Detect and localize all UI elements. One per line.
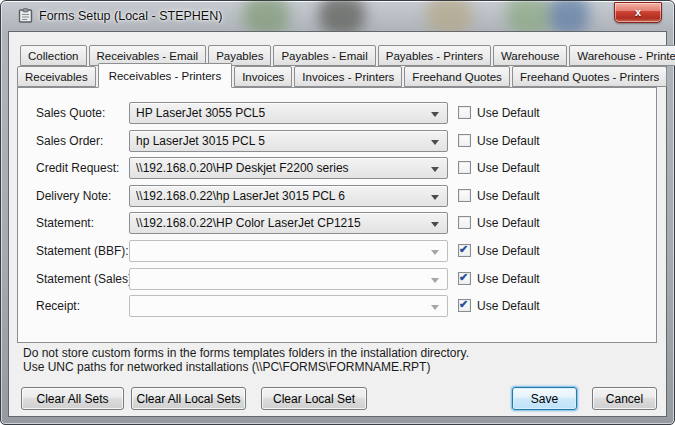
receipt-use-default-checkbox[interactable] bbox=[458, 299, 471, 312]
titlebar-glass-blur bbox=[549, 1, 589, 31]
row-credit-request: Credit Request: \\192.168.0.20\HP Deskje… bbox=[18, 157, 656, 179]
tab-page-receivables-printers: Sales Quote: HP LaserJet 3055 PCL5 Use D… bbox=[17, 87, 657, 343]
chevron-down-icon bbox=[431, 222, 439, 227]
titlebar-glass-blur bbox=[426, 1, 472, 31]
use-default-label: Use Default bbox=[477, 216, 540, 230]
chevron-down-icon bbox=[431, 167, 439, 172]
row-receipt: Receipt: Use Default bbox=[18, 295, 656, 317]
delivery-note-label: Delivery Note: bbox=[36, 189, 111, 203]
use-default-label: Use Default bbox=[477, 106, 540, 120]
statement-sales-label: Statement (Sales): bbox=[36, 272, 135, 286]
titlebar-glass-blur bbox=[319, 1, 365, 31]
note-line-1: Do not store custom forms in the forms t… bbox=[23, 346, 469, 360]
tab-warehouse[interactable]: Warehouse bbox=[493, 45, 567, 66]
credit-request-use-default-checkbox[interactable] bbox=[458, 161, 471, 174]
titlebar-glass-blur bbox=[243, 1, 289, 31]
sales-quote-use-default-checkbox[interactable] bbox=[458, 106, 471, 119]
chevron-down-icon bbox=[431, 305, 439, 310]
cancel-button[interactable]: Cancel bbox=[592, 387, 657, 410]
chevron-down-icon bbox=[431, 112, 439, 117]
sales-order-dropdown[interactable]: hp LaserJet 3015 PCL 5 bbox=[129, 130, 448, 152]
note-line-2: Use UNC paths for networked installation… bbox=[23, 360, 469, 374]
row-statement-bbf: Statement (BBF): Use Default bbox=[18, 240, 656, 262]
statement-bbf-label: Statement (BBF): bbox=[36, 244, 129, 258]
receipt-dropdown[interactable] bbox=[129, 295, 448, 317]
use-default-label: Use Default bbox=[477, 272, 540, 286]
credit-request-label: Credit Request: bbox=[36, 161, 119, 175]
use-default-label: Use Default bbox=[477, 189, 540, 203]
title-bar[interactable]: Forms Setup (Local - STEPHEN) x bbox=[1, 1, 674, 31]
tab-strip-bottom: Receivables Receivables - Printers Invoi… bbox=[17, 66, 667, 88]
forms-setup-window: Forms Setup (Local - STEPHEN) x Collecti… bbox=[0, 0, 675, 425]
dropdown-value: hp LaserJet 3015 PCL 5 bbox=[136, 134, 265, 148]
row-statement: Statement: \\192.168.0.22\HP Color Laser… bbox=[18, 212, 656, 234]
dropdown-value: \\192.168.0.22\HP Color LaserJet CP1215 bbox=[136, 216, 361, 230]
clear-all-sets-button[interactable]: Clear All Sets bbox=[21, 387, 124, 410]
row-sales-order: Sales Order: hp LaserJet 3015 PCL 5 Use … bbox=[18, 130, 656, 152]
tab-receivables[interactable]: Receivables bbox=[17, 66, 96, 87]
statement-bbf-use-default-checkbox[interactable] bbox=[458, 244, 471, 257]
tab-receivables-printers[interactable]: Receivables - Printers bbox=[98, 63, 232, 88]
close-button[interactable]: x bbox=[614, 2, 662, 23]
statement-dropdown[interactable]: \\192.168.0.22\HP Color LaserJet CP1215 bbox=[129, 212, 448, 234]
row-sales-quote: Sales Quote: HP LaserJet 3055 PCL5 Use D… bbox=[18, 102, 656, 124]
tab-payables-printers[interactable]: Payables - Printers bbox=[378, 45, 491, 66]
tab-warehouse-printers[interactable]: Warehouse - Printers bbox=[569, 45, 675, 66]
sales-order-label: Sales Order: bbox=[36, 134, 103, 148]
forms-clipboard-icon bbox=[18, 8, 33, 23]
use-default-label: Use Default bbox=[477, 161, 540, 175]
chevron-down-icon bbox=[431, 250, 439, 255]
tab-freehand-quotes[interactable]: Freehand Quotes bbox=[404, 66, 510, 87]
close-icon: x bbox=[635, 7, 641, 18]
sales-quote-dropdown[interactable]: HP LaserJet 3055 PCL5 bbox=[129, 102, 448, 124]
use-default-label: Use Default bbox=[477, 299, 540, 313]
statement-sales-dropdown[interactable] bbox=[129, 268, 448, 290]
statement-use-default-checkbox[interactable] bbox=[458, 216, 471, 229]
titlebar-glass-blur bbox=[506, 1, 552, 31]
sales-order-use-default-checkbox[interactable] bbox=[458, 134, 471, 147]
save-button[interactable]: Save bbox=[512, 387, 577, 410]
delivery-note-dropdown[interactable]: \\192.168.0.22\hp LaserJet 3015 PCL 6 bbox=[129, 185, 448, 207]
footer-notes: Do not store custom forms in the forms t… bbox=[23, 346, 469, 374]
row-delivery-note: Delivery Note: \\192.168.0.22\hp LaserJe… bbox=[18, 185, 656, 207]
statement-label: Statement: bbox=[36, 216, 94, 230]
dropdown-value: \\192.168.0.20\HP Deskjet F2200 series bbox=[136, 161, 349, 175]
tab-freehand-quotes-printers[interactable]: Freehand Quotes - Printers bbox=[512, 66, 667, 87]
statement-bbf-dropdown[interactable] bbox=[129, 240, 448, 262]
clear-local-set-button[interactable]: Clear Local Set bbox=[261, 387, 367, 410]
window-title: Forms Setup (Local - STEPHEN) bbox=[39, 9, 222, 23]
dropdown-value: \\192.168.0.22\hp LaserJet 3015 PCL 6 bbox=[136, 189, 345, 203]
delivery-note-use-default-checkbox[interactable] bbox=[458, 189, 471, 202]
credit-request-dropdown[interactable]: \\192.168.0.20\HP Deskjet F2200 series bbox=[129, 157, 448, 179]
chevron-down-icon bbox=[431, 140, 439, 145]
row-statement-sales: Statement (Sales): Use Default bbox=[18, 268, 656, 290]
dialog-body: Collection Receivables - Email Payables … bbox=[8, 31, 667, 417]
chevron-down-icon bbox=[431, 195, 439, 200]
receipt-label: Receipt: bbox=[36, 299, 80, 313]
sales-quote-label: Sales Quote: bbox=[36, 106, 105, 120]
use-default-label: Use Default bbox=[477, 244, 540, 258]
tab-collection[interactable]: Collection bbox=[20, 45, 87, 66]
use-default-label: Use Default bbox=[477, 134, 540, 148]
clear-all-local-sets-button[interactable]: Clear All Local Sets bbox=[131, 387, 246, 410]
statement-sales-use-default-checkbox[interactable] bbox=[458, 272, 471, 285]
tab-payables-email[interactable]: Payables - Email bbox=[273, 45, 375, 66]
tab-invoices-printers[interactable]: Invoices - Printers bbox=[294, 66, 402, 87]
tab-invoices[interactable]: Invoices bbox=[234, 66, 292, 87]
dropdown-value: HP LaserJet 3055 PCL5 bbox=[136, 106, 265, 120]
chevron-down-icon bbox=[431, 278, 439, 283]
